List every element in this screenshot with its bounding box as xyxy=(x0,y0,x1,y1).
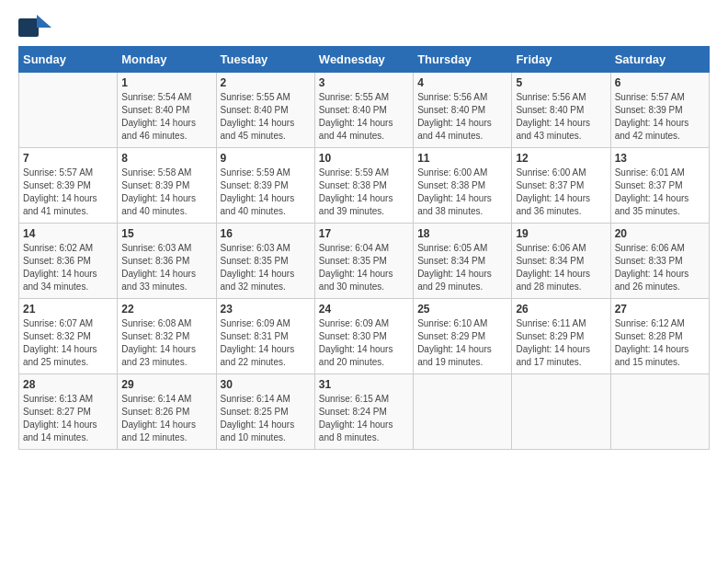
day-info: Sunrise: 6:14 AMSunset: 8:25 PMDaylight:… xyxy=(221,393,311,444)
day-info: Sunrise: 6:13 AMSunset: 8:27 PMDaylight:… xyxy=(23,393,113,444)
calendar-week-1: 1Sunrise: 5:54 AMSunset: 8:40 PMDaylight… xyxy=(19,73,710,148)
day-info: Sunrise: 6:00 AMSunset: 8:37 PMDaylight:… xyxy=(516,167,606,218)
calendar-cell: 3Sunrise: 5:55 AMSunset: 8:40 PMDaylight… xyxy=(314,73,413,148)
day-info: Sunrise: 6:07 AMSunset: 8:32 PMDaylight:… xyxy=(23,317,113,369)
calendar-cell xyxy=(610,374,709,450)
day-header-saturday: Saturday xyxy=(610,47,709,73)
day-info: Sunrise: 6:03 AMSunset: 8:36 PMDaylight:… xyxy=(121,242,211,293)
calendar-cell: 23Sunrise: 6:09 AMSunset: 8:31 PMDayligh… xyxy=(216,299,314,374)
day-header-tuesday: Tuesday xyxy=(216,47,314,73)
day-number: 6 xyxy=(615,76,705,89)
svg-rect-0 xyxy=(18,18,39,37)
day-number: 22 xyxy=(121,303,211,316)
day-number: 2 xyxy=(221,76,311,89)
day-header-sunday: Sunday xyxy=(19,47,118,73)
day-info: Sunrise: 6:06 AMSunset: 8:33 PMDaylight:… xyxy=(615,242,705,293)
day-info: Sunrise: 5:57 AMSunset: 8:39 PMDaylight:… xyxy=(23,167,113,218)
day-info: Sunrise: 6:00 AMSunset: 8:38 PMDaylight:… xyxy=(417,167,507,218)
day-header-friday: Friday xyxy=(512,47,610,73)
day-info: Sunrise: 5:55 AMSunset: 8:40 PMDaylight:… xyxy=(221,91,311,143)
day-info: Sunrise: 6:09 AMSunset: 8:31 PMDaylight:… xyxy=(221,317,311,369)
calendar-cell: 18Sunrise: 6:05 AMSunset: 8:34 PMDayligh… xyxy=(414,224,512,299)
day-info: Sunrise: 6:10 AMSunset: 8:29 PMDaylight:… xyxy=(417,317,507,369)
calendar-cell: 26Sunrise: 6:11 AMSunset: 8:29 PMDayligh… xyxy=(512,299,610,374)
calendar-cell: 22Sunrise: 6:08 AMSunset: 8:32 PMDayligh… xyxy=(118,299,216,374)
calendar-week-4: 21Sunrise: 6:07 AMSunset: 8:32 PMDayligh… xyxy=(19,299,710,374)
day-number: 25 xyxy=(417,303,507,316)
calendar-cell: 5Sunrise: 5:56 AMSunset: 8:40 PMDaylight… xyxy=(512,73,610,148)
day-number: 1 xyxy=(121,76,211,89)
day-info: Sunrise: 6:14 AMSunset: 8:26 PMDaylight:… xyxy=(121,393,211,444)
day-number: 26 xyxy=(516,303,606,316)
day-number: 11 xyxy=(417,152,507,165)
calendar-cell: 15Sunrise: 6:03 AMSunset: 8:36 PMDayligh… xyxy=(118,224,216,299)
day-info: Sunrise: 6:01 AMSunset: 8:37 PMDaylight:… xyxy=(615,167,705,218)
day-info: Sunrise: 6:09 AMSunset: 8:30 PMDaylight:… xyxy=(319,317,409,369)
header xyxy=(18,15,710,40)
calendar-cell: 24Sunrise: 6:09 AMSunset: 8:30 PMDayligh… xyxy=(314,299,413,374)
logo xyxy=(18,15,55,40)
calendar-cell: 1Sunrise: 5:54 AMSunset: 8:40 PMDaylight… xyxy=(118,73,216,148)
calendar-cell: 27Sunrise: 6:12 AMSunset: 8:28 PMDayligh… xyxy=(610,299,709,374)
day-number: 5 xyxy=(516,76,606,89)
calendar-cell: 2Sunrise: 5:55 AMSunset: 8:40 PMDaylight… xyxy=(216,73,314,148)
day-number: 14 xyxy=(23,227,113,240)
day-number: 18 xyxy=(417,227,507,240)
day-number: 8 xyxy=(121,152,211,165)
calendar-cell: 19Sunrise: 6:06 AMSunset: 8:34 PMDayligh… xyxy=(512,224,610,299)
calendar-table: SundayMondayTuesdayWednesdayThursdayFrid… xyxy=(18,46,710,450)
calendar-cell: 11Sunrise: 6:00 AMSunset: 8:38 PMDayligh… xyxy=(414,148,512,224)
day-number: 19 xyxy=(516,227,606,240)
day-number: 31 xyxy=(319,378,409,391)
calendar-cell: 14Sunrise: 6:02 AMSunset: 8:36 PMDayligh… xyxy=(19,224,118,299)
day-number: 29 xyxy=(121,378,211,391)
calendar-cell: 9Sunrise: 5:59 AMSunset: 8:39 PMDaylight… xyxy=(216,148,314,224)
calendar-cell: 28Sunrise: 6:13 AMSunset: 8:27 PMDayligh… xyxy=(19,374,118,450)
day-number: 9 xyxy=(221,152,311,165)
day-number: 28 xyxy=(23,378,113,391)
day-info: Sunrise: 5:56 AMSunset: 8:40 PMDaylight:… xyxy=(417,91,507,143)
day-header-wednesday: Wednesday xyxy=(314,47,413,73)
day-number: 17 xyxy=(319,227,409,240)
day-info: Sunrise: 5:58 AMSunset: 8:39 PMDaylight:… xyxy=(121,167,211,218)
day-number: 20 xyxy=(615,227,705,240)
calendar-cell: 29Sunrise: 6:14 AMSunset: 8:26 PMDayligh… xyxy=(118,374,216,450)
calendar-week-3: 14Sunrise: 6:02 AMSunset: 8:36 PMDayligh… xyxy=(19,224,710,299)
calendar-cell: 20Sunrise: 6:06 AMSunset: 8:33 PMDayligh… xyxy=(610,224,709,299)
day-info: Sunrise: 5:59 AMSunset: 8:38 PMDaylight:… xyxy=(319,167,409,218)
calendar-cell: 21Sunrise: 6:07 AMSunset: 8:32 PMDayligh… xyxy=(19,299,118,374)
calendar-cell xyxy=(19,73,118,148)
calendar-cell: 16Sunrise: 6:03 AMSunset: 8:35 PMDayligh… xyxy=(216,224,314,299)
day-info: Sunrise: 5:57 AMSunset: 8:39 PMDaylight:… xyxy=(615,91,705,143)
svg-marker-1 xyxy=(37,15,51,28)
day-number: 10 xyxy=(319,152,409,165)
calendar-cell xyxy=(512,374,610,450)
day-number: 12 xyxy=(516,152,606,165)
day-header-monday: Monday xyxy=(118,47,216,73)
logo-icon xyxy=(18,15,51,40)
day-number: 15 xyxy=(121,227,211,240)
day-number: 3 xyxy=(319,76,409,89)
day-info: Sunrise: 6:02 AMSunset: 8:36 PMDaylight:… xyxy=(23,242,113,293)
calendar-cell: 4Sunrise: 5:56 AMSunset: 8:40 PMDaylight… xyxy=(414,73,512,148)
page-container: SundayMondayTuesdayWednesdayThursdayFrid… xyxy=(0,0,728,459)
calendar-cell: 17Sunrise: 6:04 AMSunset: 8:35 PMDayligh… xyxy=(314,224,413,299)
day-info: Sunrise: 6:11 AMSunset: 8:29 PMDaylight:… xyxy=(516,317,606,369)
calendar-cell: 12Sunrise: 6:00 AMSunset: 8:37 PMDayligh… xyxy=(512,148,610,224)
day-number: 13 xyxy=(615,152,705,165)
day-number: 16 xyxy=(221,227,311,240)
calendar-cell: 10Sunrise: 5:59 AMSunset: 8:38 PMDayligh… xyxy=(314,148,413,224)
day-info: Sunrise: 6:12 AMSunset: 8:28 PMDaylight:… xyxy=(615,317,705,369)
calendar-cell: 25Sunrise: 6:10 AMSunset: 8:29 PMDayligh… xyxy=(414,299,512,374)
day-info: Sunrise: 5:56 AMSunset: 8:40 PMDaylight:… xyxy=(516,91,606,143)
day-info: Sunrise: 6:03 AMSunset: 8:35 PMDaylight:… xyxy=(221,242,311,293)
calendar-cell: 13Sunrise: 6:01 AMSunset: 8:37 PMDayligh… xyxy=(610,148,709,224)
calendar-cell xyxy=(414,374,512,450)
day-number: 30 xyxy=(221,378,311,391)
calendar-cell: 7Sunrise: 5:57 AMSunset: 8:39 PMDaylight… xyxy=(19,148,118,224)
day-number: 21 xyxy=(23,303,113,316)
day-header-thursday: Thursday xyxy=(414,47,512,73)
calendar-cell: 30Sunrise: 6:14 AMSunset: 8:25 PMDayligh… xyxy=(216,374,314,450)
day-number: 7 xyxy=(23,152,113,165)
day-number: 23 xyxy=(221,303,311,316)
